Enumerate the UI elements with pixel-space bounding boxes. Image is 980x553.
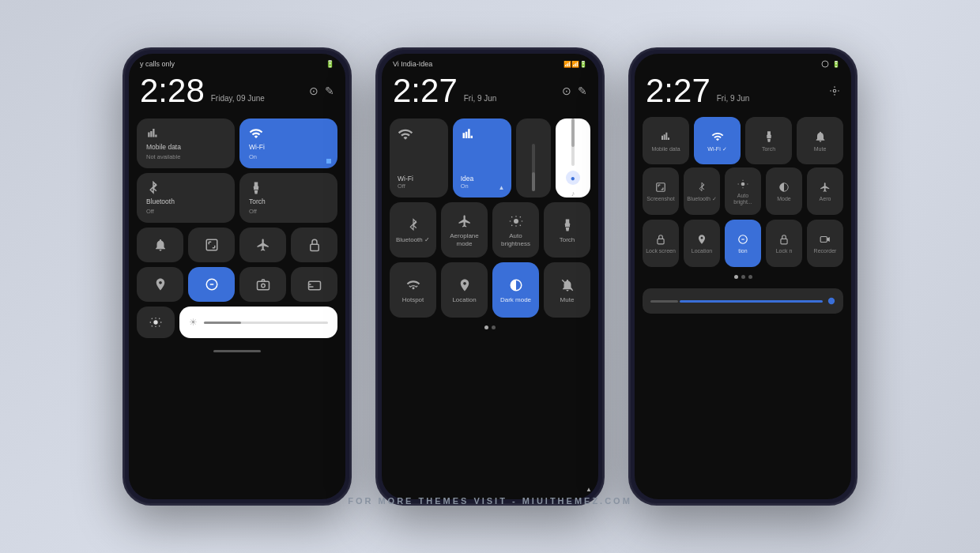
phone-1: y calls only 🔋 2:28 Friday, 09 June ⊙ ✎ — [122, 47, 352, 506]
p3-slider[interactable] — [643, 288, 843, 314]
tile-lock[interactable] — [291, 228, 337, 262]
p3-lockscreen-label: Lock screen — [646, 248, 676, 254]
settings-gear-3 — [820, 60, 830, 68]
icon-tile-mute-2[interactable]: Mute — [544, 262, 590, 318]
status-left-1: y calls only — [140, 60, 175, 68]
icon-tile-plane[interactable]: Aeroplane mode — [441, 202, 488, 258]
tile2-wifi[interactable]: Wi-Fi Off ▲ — [390, 118, 448, 198]
tile-bt-label: Bluetooth — [146, 198, 225, 205]
svg-rect-18 — [820, 236, 827, 242]
tile-bell[interactable] — [137, 228, 183, 262]
auto-icon-2 — [509, 214, 523, 228]
tile-donotdisturb[interactable] — [188, 267, 235, 302]
p3-wifi[interactable]: Wi-Fi ✓ — [694, 117, 741, 164]
p3-auto-label: Auto bright... — [728, 193, 758, 206]
nav-bar-1 — [213, 350, 261, 352]
time-1: 2:28 — [140, 74, 205, 107]
bright-track — [204, 322, 328, 324]
tile-screenshot[interactable] — [188, 228, 235, 262]
p3-location-label: Location — [692, 248, 712, 254]
dark-icon — [509, 278, 523, 292]
edit-icon-1[interactable]: ✎ — [325, 85, 334, 97]
svg-point-13 — [741, 182, 745, 186]
time-2: 2:27 — [393, 74, 458, 107]
tile-wifi-sub: On — [249, 153, 328, 160]
tile-torch[interactable]: Torch Off — [239, 173, 337, 223]
tile-brightness-slider[interactable]: ☀ — [179, 307, 337, 338]
p3-mute-label: Mute — [814, 146, 827, 152]
icon-tile-torch-2[interactable]: Torch — [544, 202, 590, 258]
bright-dot: ● — [566, 171, 580, 185]
p3-data-icon — [660, 130, 673, 143]
tile-auto-bright[interactable] — [137, 307, 175, 338]
p3-wifi-label: Wi-Fi ✓ — [707, 146, 726, 152]
p3-screenshot[interactable]: Screenshot — [643, 167, 679, 215]
hotspot-icon — [406, 278, 420, 292]
icon-bt-label: Bluetooth ✓ — [396, 236, 430, 244]
phone-2-screen: Vi India-Idea 📶📶🔋 2:27 Fri, 9 Jun ⊙ ✎ — [382, 54, 598, 499]
dot-2-3 — [748, 275, 752, 279]
tile2-idea[interactable]: Idea On ▲ — [453, 118, 511, 198]
p3-auto-icon — [737, 179, 748, 190]
edit-icon-2[interactable]: ✎ — [578, 85, 587, 97]
phone-3: 🔋 2:27 Fri, 9 Jun Mobile data — [628, 47, 858, 506]
p3-recorder[interactable]: Recorder — [807, 220, 843, 267]
cast-icon — [307, 277, 322, 292]
tile-location-1[interactable] — [137, 267, 183, 302]
signal-icon-2: 📶📶🔋 — [564, 61, 587, 68]
p3-lock2[interactable]: Lock n — [766, 220, 802, 267]
bluetooth-icon — [146, 181, 160, 195]
p3-mobile-data[interactable]: Mobile data — [643, 117, 689, 164]
p3-dnd-label: tion — [738, 248, 747, 254]
icon-tile-hotspot[interactable]: Hotspot — [390, 262, 436, 318]
tile-wifi[interactable]: Wi-Fi On — [239, 118, 337, 168]
settings-icon-3[interactable] — [829, 85, 840, 96]
time-area-3: 2:27 Fri, 9 Jun — [635, 71, 851, 114]
tile-camera[interactable] — [239, 267, 286, 302]
p3-torch[interactable]: Torch — [745, 117, 792, 164]
location-icon-1 — [153, 277, 168, 292]
phone-3-screen: 🔋 2:27 Fri, 9 Jun Mobile data — [635, 54, 851, 499]
p3-lock2-icon — [778, 234, 790, 245]
icon-tile-bt-2[interactable]: Bluetooth ✓ — [390, 202, 436, 258]
p3-wifi-icon — [711, 130, 724, 143]
tile2-vol-slider[interactable] — [516, 118, 551, 198]
bt-icon-2 — [406, 218, 420, 232]
tile-bluetooth[interactable]: Bluetooth Off — [137, 173, 235, 223]
p3-mode[interactable]: Mode — [766, 167, 802, 215]
svg-point-11 — [833, 89, 836, 92]
tile-mobile-label: Mobile data — [146, 143, 225, 151]
music-icon: ♪ — [571, 190, 575, 198]
p3-dnd[interactable]: tion — [725, 220, 761, 267]
vol-fill — [532, 172, 535, 191]
p3-aero[interactable]: Aero — [807, 167, 843, 215]
tile2-bright-slider[interactable]: ● ♪ — [556, 118, 590, 198]
time-area-2: 2:27 Fri, 9 Jun ⊙ ✎ — [382, 71, 598, 114]
p3-slider-right — [680, 300, 823, 303]
icon-tile-auto[interactable]: Auto brightness — [492, 202, 539, 258]
bright-fill — [204, 322, 241, 324]
tile-airplane[interactable] — [239, 228, 286, 262]
p3-bt[interactable]: Bluetooth ✓ — [684, 167, 720, 215]
p3-location[interactable]: Location — [684, 220, 720, 267]
p3-bt-icon — [696, 182, 707, 193]
ctrl-row4-1 — [129, 267, 345, 307]
tile-cast[interactable] — [291, 267, 337, 302]
status-bar-3: 🔋 — [635, 54, 851, 71]
p3-lockscreen[interactable]: Lock screen — [643, 220, 679, 267]
svg-point-19 — [828, 298, 835, 304]
icon-tile-location-2[interactable]: Location — [441, 262, 488, 318]
settings-icon-2[interactable]: ⊙ — [562, 85, 571, 97]
tile-torch-sub: Off — [249, 208, 328, 215]
p3-mobile-label: Mobile data — [651, 146, 680, 152]
icon-tile-dark[interactable]: Dark mode — [492, 262, 539, 318]
dot-active-3 — [734, 275, 738, 279]
icon-dark-label: Dark mode — [500, 296, 531, 304]
time-icons-3 — [829, 85, 840, 96]
p3-auto[interactable]: Auto bright... — [725, 167, 761, 215]
tile-mobile-data[interactable]: Mobile data Not available — [137, 118, 235, 168]
tile-mobile-sub: Not available — [146, 153, 225, 160]
settings-icon-1[interactable]: ⊙ — [309, 85, 318, 97]
p3-mute[interactable]: Mute — [797, 117, 843, 164]
svg-rect-3 — [257, 281, 269, 290]
